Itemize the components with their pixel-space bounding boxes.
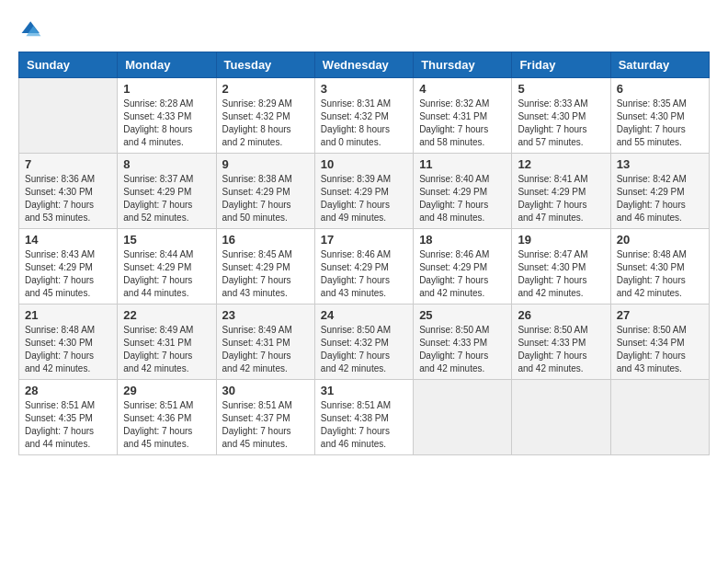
day-info: Sunrise: 8:38 AMSunset: 4:29 PMDaylight:… <box>222 174 292 223</box>
calendar-cell: 4 Sunrise: 8:32 AMSunset: 4:31 PMDayligh… <box>414 78 512 154</box>
day-number: 24 <box>321 308 407 322</box>
calendar-cell: 5 Sunrise: 8:33 AMSunset: 4:30 PMDayligh… <box>512 78 610 154</box>
day-info: Sunrise: 8:50 AMSunset: 4:32 PMDaylight:… <box>321 325 391 373</box>
day-info: Sunrise: 8:50 AMSunset: 4:33 PMDaylight:… <box>419 325 489 373</box>
day-number: 17 <box>321 233 407 247</box>
day-number: 8 <box>123 157 210 171</box>
day-number: 23 <box>222 308 309 322</box>
calendar-cell: 31 Sunrise: 8:51 AMSunset: 4:38 PMDaylig… <box>314 380 413 455</box>
calendar-cell <box>512 380 610 455</box>
day-info: Sunrise: 8:28 AMSunset: 4:33 PMDaylight:… <box>123 98 193 147</box>
day-number: 9 <box>222 157 309 171</box>
calendar-cell: 7 Sunrise: 8:36 AMSunset: 4:30 PMDayligh… <box>19 154 118 229</box>
day-info: Sunrise: 8:50 AMSunset: 4:34 PMDaylight:… <box>617 325 687 373</box>
day-of-week-header: Friday <box>512 52 610 78</box>
calendar-cell <box>414 380 512 455</box>
day-number: 7 <box>25 157 111 171</box>
calendar-cell: 23 Sunrise: 8:49 AMSunset: 4:31 PMDaylig… <box>216 304 314 380</box>
day-info: Sunrise: 8:36 AMSunset: 4:30 PMDaylight:… <box>25 174 95 223</box>
day-info: Sunrise: 8:48 AMSunset: 4:30 PMDaylight:… <box>617 249 687 298</box>
calendar-week-row: 21 Sunrise: 8:48 AMSunset: 4:30 PMDaylig… <box>19 304 710 380</box>
day-number: 30 <box>222 384 309 397</box>
day-info: Sunrise: 8:35 AMSunset: 4:30 PMDaylight:… <box>617 98 687 147</box>
calendar-cell: 20 Sunrise: 8:48 AMSunset: 4:30 PMDaylig… <box>610 229 709 304</box>
day-info: Sunrise: 8:51 AMSunset: 4:37 PMDaylight:… <box>222 400 292 449</box>
day-number: 5 <box>518 82 604 96</box>
day-number: 25 <box>419 308 506 322</box>
day-of-week-header: Sunday <box>19 52 118 78</box>
calendar-cell: 19 Sunrise: 8:47 AMSunset: 4:30 PMDaylig… <box>512 229 610 304</box>
day-info: Sunrise: 8:33 AMSunset: 4:30 PMDaylight:… <box>518 98 587 147</box>
day-info: Sunrise: 8:48 AMSunset: 4:30 PMDaylight:… <box>25 325 95 373</box>
calendar-week-row: 28 Sunrise: 8:51 AMSunset: 4:35 PMDaylig… <box>19 380 710 455</box>
day-info: Sunrise: 8:51 AMSunset: 4:36 PMDaylight:… <box>123 400 193 449</box>
calendar-cell: 3 Sunrise: 8:31 AMSunset: 4:32 PMDayligh… <box>314 78 413 154</box>
day-of-week-header: Saturday <box>610 52 709 78</box>
day-of-week-header: Wednesday <box>314 52 413 78</box>
calendar-cell: 18 Sunrise: 8:46 AMSunset: 4:29 PMDaylig… <box>414 229 512 304</box>
calendar-cell: 27 Sunrise: 8:50 AMSunset: 4:34 PMDaylig… <box>610 304 709 380</box>
day-info: Sunrise: 8:40 AMSunset: 4:29 PMDaylight:… <box>419 174 489 223</box>
day-number: 31 <box>321 384 407 397</box>
calendar-cell: 13 Sunrise: 8:42 AMSunset: 4:29 PMDaylig… <box>610 154 709 229</box>
day-number: 15 <box>123 233 210 247</box>
calendar-cell: 12 Sunrise: 8:41 AMSunset: 4:29 PMDaylig… <box>512 154 610 229</box>
day-number: 28 <box>25 384 111 397</box>
calendar-cell: 29 Sunrise: 8:51 AMSunset: 4:36 PMDaylig… <box>118 380 216 455</box>
day-number: 6 <box>617 82 703 96</box>
calendar-cell: 9 Sunrise: 8:38 AMSunset: 4:29 PMDayligh… <box>216 154 314 229</box>
day-number: 12 <box>518 157 604 171</box>
day-number: 2 <box>222 82 309 96</box>
calendar-cell: 1 Sunrise: 8:28 AMSunset: 4:33 PMDayligh… <box>118 78 216 154</box>
day-of-week-header: Thursday <box>414 52 512 78</box>
logo <box>18 18 42 44</box>
calendar-cell <box>19 78 118 154</box>
day-info: Sunrise: 8:51 AMSunset: 4:35 PMDaylight:… <box>25 400 95 449</box>
calendar-cell <box>610 380 709 455</box>
day-info: Sunrise: 8:39 AMSunset: 4:29 PMDaylight:… <box>321 174 391 223</box>
day-info: Sunrise: 8:41 AMSunset: 4:29 PMDaylight:… <box>518 174 587 223</box>
day-number: 10 <box>321 157 407 171</box>
day-number: 27 <box>617 308 703 322</box>
day-number: 14 <box>25 233 111 247</box>
calendar-table: SundayMondayTuesdayWednesdayThursdayFrid… <box>18 52 710 455</box>
day-number: 16 <box>222 233 309 247</box>
day-of-week-header: Monday <box>118 52 216 78</box>
day-info: Sunrise: 8:49 AMSunset: 4:31 PMDaylight:… <box>123 325 193 373</box>
calendar-week-row: 7 Sunrise: 8:36 AMSunset: 4:30 PMDayligh… <box>19 154 710 229</box>
day-info: Sunrise: 8:32 AMSunset: 4:31 PMDaylight:… <box>419 98 489 147</box>
calendar-cell: 22 Sunrise: 8:49 AMSunset: 4:31 PMDaylig… <box>118 304 216 380</box>
day-info: Sunrise: 8:42 AMSunset: 4:29 PMDaylight:… <box>617 174 687 223</box>
calendar-cell: 8 Sunrise: 8:37 AMSunset: 4:29 PMDayligh… <box>118 154 216 229</box>
day-number: 21 <box>25 308 111 322</box>
day-info: Sunrise: 8:31 AMSunset: 4:32 PMDaylight:… <box>321 98 391 147</box>
page-header <box>18 18 710 44</box>
day-info: Sunrise: 8:46 AMSunset: 4:29 PMDaylight:… <box>321 249 391 298</box>
calendar-header-row: SundayMondayTuesdayWednesdayThursdayFrid… <box>19 52 710 78</box>
day-number: 4 <box>419 82 506 96</box>
calendar-cell: 17 Sunrise: 8:46 AMSunset: 4:29 PMDaylig… <box>314 229 413 304</box>
calendar-cell: 25 Sunrise: 8:50 AMSunset: 4:33 PMDaylig… <box>414 304 512 380</box>
day-number: 29 <box>123 384 210 397</box>
day-info: Sunrise: 8:37 AMSunset: 4:29 PMDaylight:… <box>123 174 193 223</box>
day-info: Sunrise: 8:45 AMSunset: 4:29 PMDaylight:… <box>222 249 292 298</box>
calendar-cell: 11 Sunrise: 8:40 AMSunset: 4:29 PMDaylig… <box>414 154 512 229</box>
calendar-cell: 28 Sunrise: 8:51 AMSunset: 4:35 PMDaylig… <box>19 380 118 455</box>
calendar-cell: 6 Sunrise: 8:35 AMSunset: 4:30 PMDayligh… <box>610 78 709 154</box>
calendar-week-row: 14 Sunrise: 8:43 AMSunset: 4:29 PMDaylig… <box>19 229 710 304</box>
day-number: 3 <box>321 82 407 96</box>
day-number: 11 <box>419 157 506 171</box>
day-info: Sunrise: 8:51 AMSunset: 4:38 PMDaylight:… <box>321 400 391 449</box>
day-info: Sunrise: 8:29 AMSunset: 4:32 PMDaylight:… <box>222 98 292 147</box>
day-info: Sunrise: 8:50 AMSunset: 4:33 PMDaylight:… <box>518 325 587 373</box>
day-number: 22 <box>123 308 210 322</box>
day-number: 18 <box>419 233 506 247</box>
logo-icon <box>20 18 42 40</box>
calendar-week-row: 1 Sunrise: 8:28 AMSunset: 4:33 PMDayligh… <box>19 78 710 154</box>
day-info: Sunrise: 8:43 AMSunset: 4:29 PMDaylight:… <box>25 249 95 298</box>
day-number: 13 <box>617 157 703 171</box>
calendar-cell: 24 Sunrise: 8:50 AMSunset: 4:32 PMDaylig… <box>314 304 413 380</box>
calendar-cell: 10 Sunrise: 8:39 AMSunset: 4:29 PMDaylig… <box>314 154 413 229</box>
day-number: 1 <box>123 82 210 96</box>
day-number: 20 <box>617 233 703 247</box>
